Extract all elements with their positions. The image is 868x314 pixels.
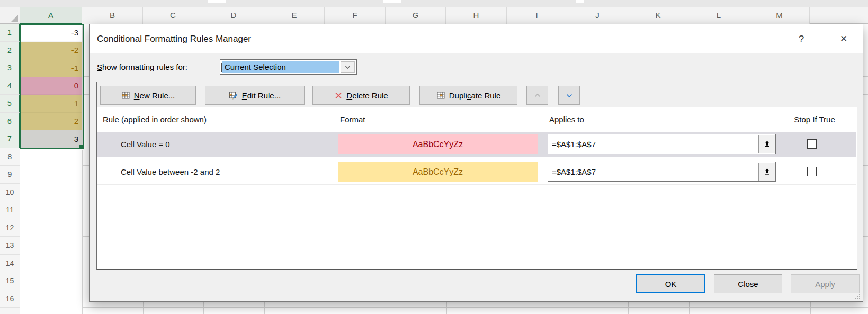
column-header-M[interactable]: M: [749, 7, 810, 24]
apply-button: Apply: [791, 274, 860, 293]
ribbon-remnant: [208, 0, 226, 3]
ribbon-remnant: [383, 0, 401, 3]
row-headers: 12345678910111213141516: [0, 24, 20, 314]
format-preview: AaBbCcYyZz: [338, 162, 538, 182]
column-header-D[interactable]: D: [203, 7, 264, 24]
show-rules-dropdown-value: Current Selection: [222, 61, 339, 73]
rule-row-2[interactable]: Cell Value between -2 and 2 AaBbCcYyZz =…: [97, 159, 856, 185]
rules-panel: New Rule... Edit Rule...: [96, 82, 857, 270]
fill-handle[interactable]: [79, 145, 84, 150]
column-header-K[interactable]: K: [628, 7, 688, 24]
rule-row-1[interactable]: Cell Value = 0 AaBbCcYyZz =$A$1:$A$7: [97, 132, 856, 157]
row-header-15[interactable]: 15: [0, 272, 20, 290]
duplicate-rule-table-icon: [436, 91, 445, 100]
edit-rule-pencil-icon: [229, 91, 238, 100]
column-header-E[interactable]: E: [264, 7, 325, 24]
header-stop-if-true: Stop If True: [781, 107, 848, 131]
format-preview: AaBbCcYyZz: [338, 134, 538, 154]
row-header-8[interactable]: 8: [0, 148, 20, 166]
header-separator: [336, 109, 336, 130]
selection-range-border: [20, 24, 84, 149]
applies-to-input[interactable]: =$A$1:$A$7: [548, 134, 776, 154]
row-header-12[interactable]: 12: [0, 219, 20, 237]
select-all-button[interactable]: [0, 7, 20, 24]
delete-x-icon: [334, 91, 343, 100]
rule-description: Cell Value between -2 and 2: [121, 159, 220, 184]
collapse-dialog-arrow-icon: [763, 140, 771, 148]
row-header-7[interactable]: 7: [0, 130, 20, 148]
row-header-5[interactable]: 5: [0, 95, 20, 113]
select-all-triangle-icon: [11, 15, 18, 22]
move-rule-down-button[interactable]: [558, 86, 580, 105]
row-header-2[interactable]: 2: [0, 42, 20, 60]
row-header-11[interactable]: 11: [0, 201, 20, 219]
column-headers: ABCDEFGHIJKLM: [20, 7, 868, 24]
column-header-A[interactable]: A: [20, 7, 82, 24]
ribbon-bottom-strip: [0, 0, 868, 7]
conditional-formatting-rules-manager-dialog: Conditional Formatting Rules Manager ? ✕…: [89, 24, 863, 302]
column-header-J[interactable]: J: [567, 7, 628, 24]
applies-to-value: =$A$1:$A$7: [552, 134, 596, 154]
chevron-down-icon: [345, 65, 351, 70]
delete-rule-button[interactable]: Delete Rule: [312, 86, 410, 105]
row-header-10[interactable]: 10: [0, 184, 20, 202]
show-rules-label: Show formatting rules for:: [97, 59, 187, 74]
column-header-H[interactable]: H: [446, 7, 507, 24]
resize-grip[interactable]: [854, 293, 860, 299]
row-header-9[interactable]: 9: [0, 166, 20, 184]
row-header-13[interactable]: 13: [0, 237, 20, 255]
row-header-1[interactable]: 1: [0, 24, 20, 42]
edit-rule-button[interactable]: Edit Rule...: [205, 86, 305, 105]
header-format: Format: [340, 107, 365, 131]
row-header-3[interactable]: 3: [0, 59, 20, 77]
column-header-L[interactable]: L: [688, 7, 749, 24]
dialog-title: Conditional Formatting Rules Manager: [97, 24, 251, 53]
header-separator: [781, 109, 781, 130]
duplicate-rule-button[interactable]: Duplicate Rule: [419, 86, 517, 105]
header-rule: Rule (applied in order shown): [103, 107, 207, 131]
chevron-up-icon: [533, 92, 542, 100]
collapse-dialog-button[interactable]: [758, 163, 775, 181]
new-rule-button[interactable]: New Rule...: [100, 86, 196, 105]
stop-if-true-checkbox[interactable]: [807, 139, 817, 149]
header-applies-to: Applies to: [549, 107, 584, 131]
stop-if-true-checkbox[interactable]: [807, 167, 817, 176]
collapse-dialog-button[interactable]: [758, 135, 775, 153]
dialog-titlebar[interactable]: Conditional Formatting Rules Manager ? ✕: [90, 24, 863, 53]
move-rule-up-button[interactable]: [526, 86, 548, 105]
applies-to-input[interactable]: =$A$1:$A$7: [548, 162, 776, 182]
row-header-14[interactable]: 14: [0, 255, 20, 273]
column-header-F[interactable]: F: [325, 7, 386, 24]
row-header-4[interactable]: 4: [0, 77, 20, 95]
close-dialog-button[interactable]: ✕: [832, 24, 855, 53]
chevron-down-icon: [565, 92, 574, 100]
row-header-16[interactable]: 16: [0, 290, 20, 308]
column-header-B[interactable]: B: [82, 7, 143, 24]
close-button[interactable]: Close: [714, 274, 782, 293]
rule-description: Cell Value = 0: [121, 132, 170, 157]
row-header-6[interactable]: 6: [0, 113, 20, 131]
header-separator: [544, 109, 544, 130]
applies-to-value: =$A$1:$A$7: [552, 162, 596, 181]
column-header-C[interactable]: C: [143, 7, 203, 24]
new-rule-table-icon: [121, 91, 130, 100]
ribbon-remnant: [576, 0, 584, 3]
column-header-I[interactable]: I: [507, 7, 567, 24]
collapse-dialog-arrow-icon: [763, 167, 771, 176]
ok-button[interactable]: OK: [636, 274, 705, 293]
help-button[interactable]: ?: [790, 24, 813, 53]
show-rules-dropdown[interactable]: Current Selection: [220, 59, 357, 75]
column-header-G[interactable]: G: [386, 7, 446, 24]
rules-toolbar: New Rule... Edit Rule...: [97, 82, 857, 107]
show-rules-dropdown-chevron[interactable]: [341, 61, 355, 73]
rules-list-header: Rule (applied in order shown) Format App…: [97, 107, 857, 131]
